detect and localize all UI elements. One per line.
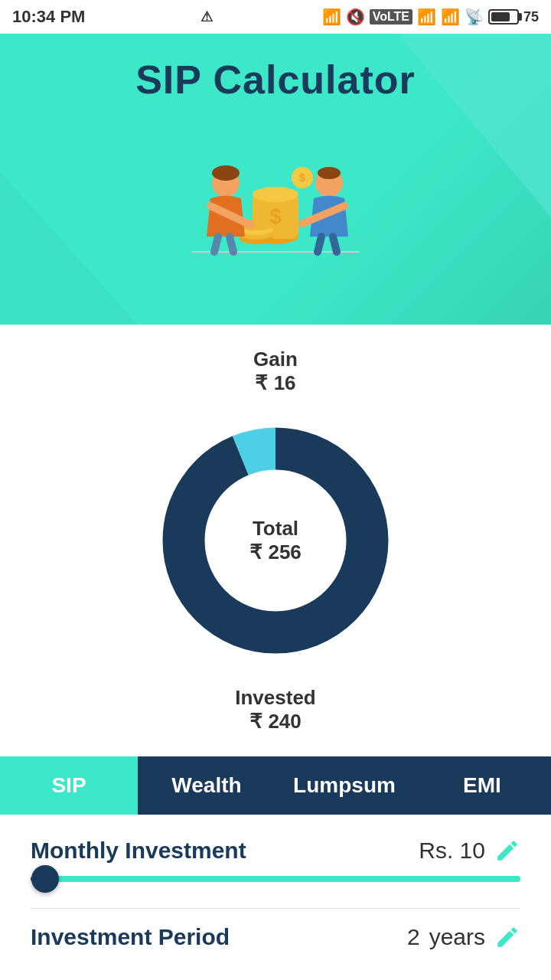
battery-percent: 75 [523,9,539,25]
monthly-investment-slider[interactable] [31,876,520,882]
donut-center: Total ₹ 256 [249,517,302,564]
monthly-investment-edit-icon[interactable] [494,838,520,864]
gain-value: ₹ 16 [31,371,520,395]
invested-label: Invested [31,686,520,710]
battery-fill [491,12,510,21]
signal-icon-1: 📶 [417,8,436,26]
gain-label: Gain [31,348,520,371]
tab-emi[interactable]: EMI [413,756,551,815]
investment-period-value-group: 2 years [407,924,520,950]
svg-line-12 [214,237,218,252]
battery-icon [488,9,519,24]
status-bar: 10:34 PM ⚠ 📶 🔇 VoLTE 📶 📶 📡 75 [0,0,551,34]
svg-point-3 [253,187,298,202]
signal-icon-2: 📶 [441,8,460,26]
svg-line-18 [333,237,337,252]
tabs-container: SIP Wealth Lumpsum EMI [0,756,551,815]
svg-line-13 [230,237,233,252]
investment-period-label: Investment Period [31,924,230,950]
hero-illustration: $ [15,110,536,263]
illustration-svg: $ [168,126,383,263]
investment-period-value: 2 [407,924,420,950]
investment-period-edit-icon[interactable] [494,924,520,950]
donut-chart: Total ₹ 256 [145,410,406,671]
tab-sip[interactable]: SIP [0,756,138,815]
status-alert: ⚠ [201,8,213,25]
svg-line-17 [318,237,321,252]
status-icons: 📶 🔇 VoLTE 📶 📶 📡 75 [322,8,539,26]
invested-section: Invested ₹ 240 [31,686,520,733]
svg-text:$: $ [299,172,305,184]
mute-icon: 🔇 [346,8,365,26]
chart-container: Total ₹ 256 [31,410,520,671]
bluetooth-icon: 📶 [322,8,341,26]
monthly-investment-label: Monthly Investment [31,838,246,864]
invested-value: ₹ 240 [31,710,520,733]
svg-point-15 [318,167,341,179]
status-time: 10:34 PM [12,7,85,27]
wifi-icon: 📡 [465,8,484,26]
monthly-investment-value: Rs. 10 [419,838,485,864]
investment-period-row: Investment Period 2 years [31,924,520,950]
app-title: SIP Calculator [15,57,536,103]
monthly-investment-row: Monthly Investment Rs. 10 [31,838,520,864]
tab-lumpsum[interactable]: Lumpsum [276,756,413,815]
tab-wealth[interactable]: Wealth [138,756,276,815]
main-content: Gain ₹ 16 Total ₹ 256 [0,325,551,980]
donut-total-value: ₹ 256 [249,541,302,564]
donut-total-label: Total [249,517,302,541]
monthly-investment-slider-container [31,871,520,885]
investment-period-unit: years [429,924,485,950]
hero-section: SIP Calculator $ [0,34,551,325]
form-section: Monthly Investment Rs. 10 Investment Per… [31,815,520,950]
monthly-investment-value-group: Rs. 10 [419,838,520,864]
divider-1 [31,908,520,909]
gain-section: Gain ₹ 16 [31,348,520,395]
svg-point-10 [212,165,240,181]
volte-icon: VoLTE [370,9,412,24]
